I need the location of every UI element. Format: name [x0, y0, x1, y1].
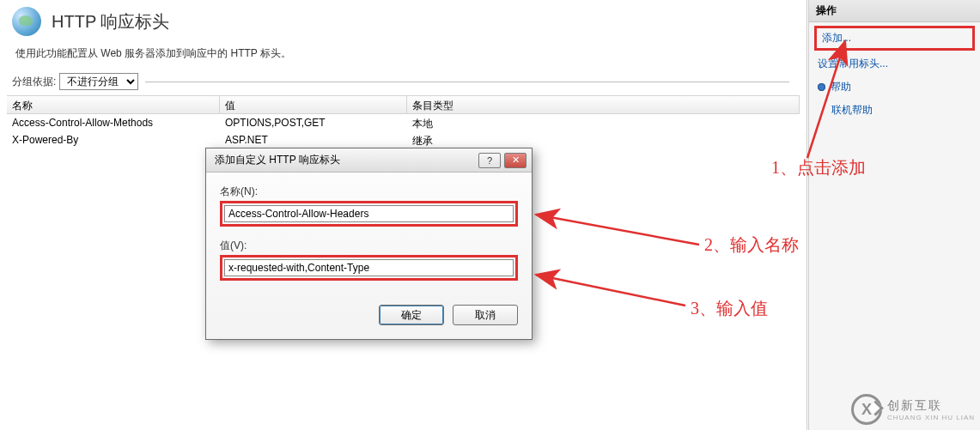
page-header: HTTP 响应标头 [0, 0, 807, 41]
name-input[interactable] [224, 205, 514, 222]
name-field-label: 名称(N): [220, 185, 518, 199]
ok-button[interactable]: 确定 [379, 305, 444, 325]
annotation-1: 1、点击添加 [771, 156, 866, 179]
group-by-row: 分组依据: 不进行分组 [0, 73, 807, 94]
cell-type: 本地 [407, 114, 800, 131]
table-row[interactable]: Access-Control-Allow-Methods OPTIONS,POS… [7, 114, 800, 131]
cell-name: Access-Control-Allow-Methods [7, 114, 220, 131]
add-header-dialog: 添加自定义 HTTP 响应标头 ? ✕ 名称(N): 值(V): 确定 取消 [205, 148, 533, 340]
cell-value: ASP.NET [220, 131, 407, 148]
help-icon [818, 83, 825, 91]
watermark-subtext: CHUANG XIN HU LIAN [887, 414, 975, 421]
group-by-label: 分组依据: [12, 75, 56, 89]
page-description: 使用此功能配置从 Web 服务器添加到响应中的 HTTP 标头。 [0, 41, 807, 73]
value-field-highlight [220, 255, 518, 281]
action-add-label: 添加... [822, 31, 851, 45]
cell-value: OPTIONS,POST,GET [220, 114, 407, 131]
action-online-help-label: 联机帮助 [831, 103, 873, 118]
table-row[interactable]: X-Powered-By ASP.NET 继承 [7, 131, 800, 148]
grid-header: 名称 值 条目类型 [7, 95, 800, 114]
cell-name: X-Powered-By [7, 131, 220, 148]
cancel-button[interactable]: 取消 [453, 305, 518, 325]
dialog-help-button[interactable]: ? [478, 153, 501, 168]
dialog-titlebar[interactable]: 添加自定义 HTTP 响应标头 ? ✕ [206, 148, 532, 173]
dialog-title: 添加自定义 HTTP 响应标头 [215, 153, 478, 167]
action-help[interactable]: 帮助 [809, 76, 980, 99]
annotation-2: 2、输入名称 [704, 233, 799, 257]
col-header-type[interactable]: 条目类型 [407, 96, 800, 113]
separator-line [145, 82, 789, 82]
watermark-text: 创新互联 [887, 398, 975, 414]
col-header-value[interactable]: 值 [220, 96, 407, 113]
value-field-label: 值(V): [220, 239, 518, 253]
dialog-close-button[interactable]: ✕ [504, 153, 527, 168]
action-set-common-label: 设置常用标头... [818, 57, 888, 71]
cell-type: 继承 [407, 131, 800, 148]
action-add[interactable]: 添加... [817, 28, 972, 48]
watermark: X 创新互联 CHUANG XIN HU LIAN [851, 394, 975, 425]
name-field-highlight [220, 201, 518, 227]
action-online-help[interactable]: 联机帮助 [809, 99, 980, 122]
action-set-common[interactable]: 设置常用标头... [809, 52, 980, 76]
http-globe-icon [12, 7, 41, 36]
grid-body: Access-Control-Allow-Methods OPTIONS,POS… [7, 114, 800, 148]
value-input[interactable] [224, 259, 514, 276]
actions-panel: 操作 添加... 设置常用标头... 帮助 联机帮助 [808, 0, 980, 430]
action-help-label: 帮助 [831, 80, 851, 94]
add-action-highlight: 添加... [814, 26, 975, 51]
actions-header: 操作 [809, 0, 980, 22]
watermark-logo: X [851, 394, 882, 425]
main-content-area: HTTP 响应标头 使用此功能配置从 Web 服务器添加到响应中的 HTTP 标… [0, 0, 807, 430]
annotation-3: 3、输入值 [691, 297, 768, 320]
page-title: HTTP 响应标头 [52, 10, 169, 33]
group-by-select[interactable]: 不进行分组 [59, 73, 138, 90]
col-header-name[interactable]: 名称 [7, 96, 220, 113]
